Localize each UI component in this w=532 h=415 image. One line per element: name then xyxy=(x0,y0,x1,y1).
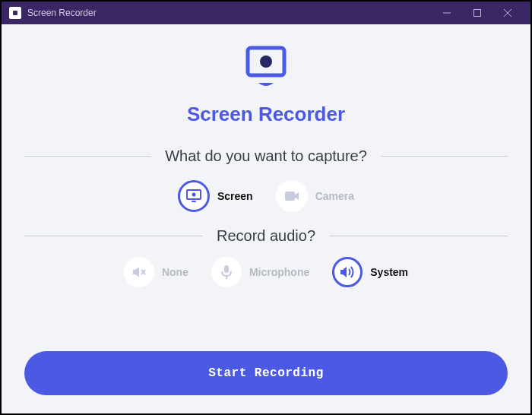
app-title: Screen Recorder xyxy=(187,103,345,126)
audio-option-system[interactable]: System xyxy=(332,257,408,287)
audio-option-microphone[interactable]: Microphone xyxy=(211,257,309,287)
speaker-icon xyxy=(339,265,356,279)
svg-rect-8 xyxy=(192,201,196,202)
capture-option-screen-label: Screen xyxy=(217,190,253,202)
maximize-icon xyxy=(473,9,481,17)
capture-option-screen[interactable]: Screen xyxy=(178,180,253,212)
app-logo xyxy=(242,45,290,93)
camera-icon xyxy=(283,190,300,202)
capture-option-camera[interactable]: Camera xyxy=(276,180,354,212)
app-icon xyxy=(9,7,21,19)
audio-option-microphone-label: Microphone xyxy=(249,266,309,278)
monitor-icon xyxy=(242,45,290,90)
svg-rect-12 xyxy=(224,265,229,273)
titlebar-title: Screen Recorder xyxy=(27,8,97,18)
audio-section: Record audio? None xyxy=(24,227,508,287)
svg-point-5 xyxy=(260,55,272,68)
titlebar: Screen Recorder xyxy=(2,2,530,24)
capture-section: What do you want to capture? Screen xyxy=(24,147,508,212)
close-icon xyxy=(504,9,511,17)
close-button[interactable] xyxy=(492,2,523,24)
start-recording-button[interactable]: Start Recording xyxy=(24,351,508,395)
mute-icon xyxy=(131,265,147,279)
minimize-icon xyxy=(443,9,451,17)
minimize-button[interactable] xyxy=(432,2,462,24)
svg-rect-9 xyxy=(285,192,295,201)
capture-question: What do you want to capture? xyxy=(165,147,367,165)
audio-option-none-label: None xyxy=(162,266,188,278)
capture-option-camera-label: Camera xyxy=(315,190,354,202)
screen-icon xyxy=(185,188,202,204)
audio-option-system-label: System xyxy=(370,266,408,278)
microphone-icon xyxy=(220,265,233,280)
audio-option-none[interactable]: None xyxy=(124,257,188,287)
svg-point-7 xyxy=(192,193,195,197)
main-content: Screen Recorder What do you want to capt… xyxy=(2,24,530,413)
maximize-button[interactable] xyxy=(462,2,492,24)
start-recording-label: Start Recording xyxy=(208,366,324,380)
svg-rect-1 xyxy=(474,10,481,17)
audio-question: Record audio? xyxy=(217,227,315,245)
